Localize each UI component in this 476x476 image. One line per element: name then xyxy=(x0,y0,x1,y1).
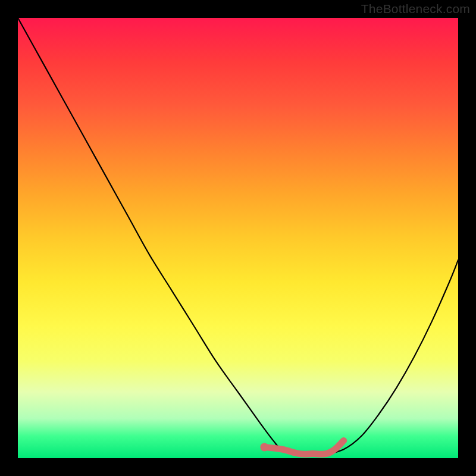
highlight-start-dot xyxy=(260,443,268,452)
bottleneck-curve xyxy=(18,18,458,454)
gradient-plot-area xyxy=(18,18,458,458)
attribution-label: TheBottleneck.com xyxy=(361,2,470,16)
curve-layer xyxy=(18,18,458,458)
optimal-range-highlight xyxy=(264,440,343,454)
chart-frame: TheBottleneck.com xyxy=(0,0,476,476)
